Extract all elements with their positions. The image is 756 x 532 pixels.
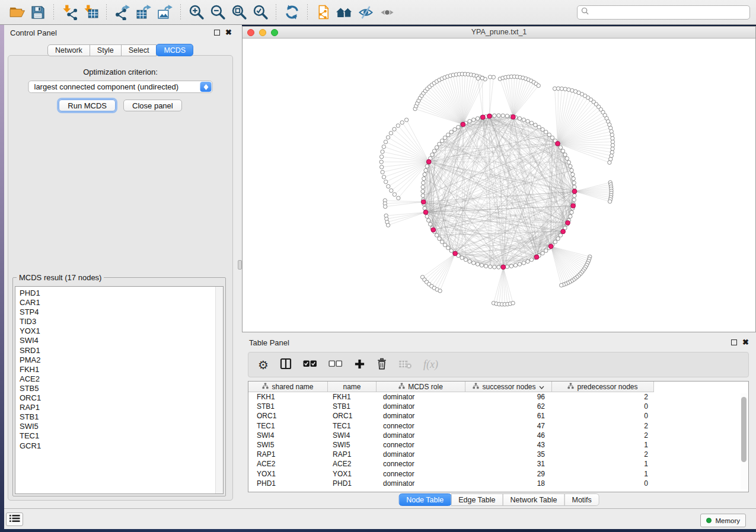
mcds-result-item[interactable]: RAP1 bbox=[15, 403, 223, 412]
mcds-hub-node[interactable] bbox=[566, 220, 570, 225]
mcds-hub-node[interactable] bbox=[548, 244, 553, 249]
graph-node[interactable] bbox=[611, 143, 614, 147]
network-canvas[interactable] bbox=[243, 39, 755, 332]
vertical-splitter[interactable] bbox=[238, 25, 242, 508]
graph-node[interactable] bbox=[484, 264, 487, 268]
run-mcds-button[interactable]: Run MCDS bbox=[59, 100, 116, 111]
graph-node[interactable] bbox=[572, 177, 575, 180]
result-list-scrollbar[interactable] bbox=[215, 287, 223, 493]
graph-node[interactable] bbox=[493, 265, 496, 269]
graph-node[interactable] bbox=[537, 84, 540, 87]
graph-node[interactable] bbox=[384, 140, 387, 143]
graph-node[interactable] bbox=[493, 114, 496, 117]
toggle-columns-button[interactable] bbox=[280, 356, 292, 374]
network-window-titlebar[interactable]: YPA_prune.txt_1 bbox=[243, 27, 755, 39]
graph-node[interactable] bbox=[526, 120, 529, 123]
graph-node[interactable] bbox=[440, 240, 444, 243]
show-eye-button[interactable] bbox=[377, 2, 398, 23]
table-scrollbar[interactable] bbox=[741, 393, 747, 489]
mcds-hub-node[interactable] bbox=[421, 200, 426, 204]
graph-node[interactable] bbox=[529, 258, 533, 261]
tab-network[interactable]: Network bbox=[47, 44, 90, 56]
graph-node[interactable] bbox=[472, 118, 476, 121]
mcds-result-item[interactable]: PMA2 bbox=[15, 355, 223, 365]
graph-node[interactable] bbox=[541, 251, 544, 255]
mcds-hub-node[interactable] bbox=[534, 255, 539, 259]
close-panel-button[interactable]: Close panel bbox=[123, 100, 182, 111]
graph-node[interactable] bbox=[404, 118, 408, 121]
table-row[interactable]: YOX1YOX1connector291 bbox=[248, 469, 748, 479]
mcds-result-item[interactable]: TID3 bbox=[15, 317, 223, 326]
graph-node[interactable] bbox=[497, 114, 500, 117]
graph-node[interactable] bbox=[446, 133, 450, 136]
graph-node[interactable] bbox=[553, 86, 556, 90]
graph-node[interactable] bbox=[489, 265, 492, 268]
graph-node[interactable] bbox=[435, 146, 438, 149]
graph-node[interactable] bbox=[421, 194, 425, 197]
graph-node[interactable] bbox=[443, 243, 446, 246]
graph-node[interactable] bbox=[381, 150, 384, 153]
graph-node[interactable] bbox=[556, 86, 560, 90]
graph-node[interactable] bbox=[565, 156, 569, 160]
graph-node[interactable] bbox=[559, 233, 562, 237]
graph-node[interactable] bbox=[381, 170, 384, 174]
table-scrollbar-thumb[interactable] bbox=[741, 397, 747, 462]
mcds-result-item[interactable]: PHD1 bbox=[15, 289, 223, 298]
export-table-button[interactable] bbox=[133, 2, 154, 23]
mcds-hub-node[interactable] bbox=[571, 204, 576, 209]
mcds-hub-node[interactable] bbox=[481, 115, 486, 120]
tab-edge-table[interactable]: Edge Table bbox=[451, 493, 503, 506]
search-input[interactable] bbox=[592, 8, 746, 17]
network-graph[interactable] bbox=[243, 39, 755, 332]
tab-network-table[interactable]: Network Table bbox=[503, 493, 565, 506]
graph-node[interactable] bbox=[537, 125, 541, 129]
graph-node[interactable] bbox=[422, 181, 425, 185]
table-row[interactable]: FKH1FKH1dominator962 bbox=[248, 392, 748, 402]
column-header-successor-nodes[interactable]: successor nodes bbox=[465, 382, 552, 392]
graph-node[interactable] bbox=[560, 87, 563, 91]
graph-node[interactable] bbox=[518, 262, 521, 266]
graph-node[interactable] bbox=[560, 283, 563, 287]
graph-node[interactable] bbox=[563, 87, 567, 91]
splitter-handle[interactable] bbox=[238, 260, 242, 270]
graph-node[interactable] bbox=[563, 153, 567, 156]
criterion-dropdown[interactable]: largest connected component (undirected) bbox=[28, 81, 213, 93]
close-panel-icon[interactable]: ✖ bbox=[225, 30, 232, 36]
graph-node[interactable] bbox=[556, 237, 560, 241]
graph-node[interactable] bbox=[425, 165, 429, 168]
graph-node[interactable] bbox=[464, 258, 467, 261]
graph-node[interactable] bbox=[488, 75, 492, 79]
import-table-button[interactable] bbox=[80, 2, 101, 23]
graph-node[interactable] bbox=[509, 264, 513, 268]
graph-node[interactable] bbox=[569, 214, 572, 218]
mcds-hub-node[interactable] bbox=[561, 229, 566, 234]
graph-node[interactable] bbox=[429, 222, 432, 226]
graph-node[interactable] bbox=[423, 172, 426, 176]
graph-node[interactable] bbox=[480, 76, 484, 80]
graph-node[interactable] bbox=[432, 149, 436, 153]
graph-node[interactable] bbox=[534, 123, 537, 127]
tab-motifs[interactable]: Motifs bbox=[564, 493, 599, 506]
graph-node[interactable] bbox=[522, 261, 525, 265]
houses-button[interactable] bbox=[334, 2, 355, 23]
graph-node[interactable] bbox=[382, 145, 385, 149]
graph-node[interactable] bbox=[382, 175, 385, 179]
graph-node[interactable] bbox=[380, 165, 384, 169]
select-all-checks-button[interactable] bbox=[303, 356, 317, 374]
zoom-fit-button[interactable] bbox=[228, 2, 250, 23]
tab-style[interactable]: Style bbox=[90, 44, 122, 56]
graph-node[interactable] bbox=[572, 181, 576, 185]
graph-node[interactable] bbox=[449, 249, 453, 252]
graph-node[interactable] bbox=[567, 161, 570, 164]
graph-node[interactable] bbox=[460, 256, 464, 259]
open-file-button[interactable] bbox=[6, 2, 27, 23]
mcds-result-item[interactable]: CAR1 bbox=[15, 298, 223, 307]
graph-node[interactable] bbox=[440, 139, 444, 143]
mcds-hub-node[interactable] bbox=[556, 142, 560, 146]
table-row[interactable]: SWI4SWI4dominator462 bbox=[248, 431, 748, 440]
graph-node[interactable] bbox=[468, 120, 471, 123]
mcds-hub-node[interactable] bbox=[572, 189, 577, 194]
mcds-result-item[interactable]: STP4 bbox=[15, 307, 223, 317]
mcds-result-item[interactable]: STB5 bbox=[15, 384, 223, 393]
hide-eye-button[interactable] bbox=[355, 2, 377, 23]
